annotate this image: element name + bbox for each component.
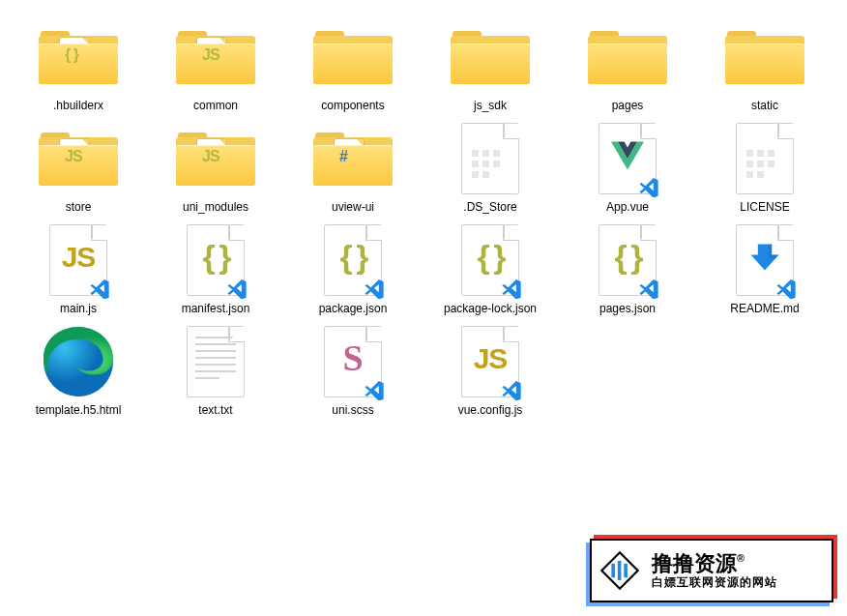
icon-wrap: [167, 326, 264, 397]
folder-icon: [588, 30, 667, 84]
file-item[interactable]: static: [696, 17, 833, 119]
edge-icon: [40, 323, 117, 400]
folder-icon: [725, 30, 804, 84]
file-item[interactable]: .DS_Store: [422, 119, 559, 220]
svg-rect-3: [618, 561, 622, 580]
folder-badge: JS: [202, 148, 219, 165]
icon-wrap: { }: [579, 224, 676, 296]
icon-wrap: { }: [305, 224, 401, 296]
folder-icon: #: [313, 132, 393, 186]
file-item[interactable]: App.vue: [559, 119, 696, 220]
file-item[interactable]: pages: [559, 17, 696, 119]
folder-icon: JS: [176, 30, 255, 84]
icon-wrap: #: [305, 123, 401, 194]
file-item[interactable]: { }manifest.json: [147, 220, 284, 322]
icon-wrap: { }: [30, 21, 127, 93]
file-label: store: [66, 200, 92, 215]
folder-icon: [451, 30, 530, 84]
file-label: package-lock.json: [444, 302, 537, 316]
file-item[interactable]: { }package-lock.json: [422, 220, 559, 322]
vscode-badge-icon: [501, 278, 522, 299]
icon-wrap: JS: [30, 224, 127, 296]
watermark-text: 撸撸资源® 白嫖互联网资源的网站: [652, 552, 777, 588]
json-file-icon: { }: [599, 224, 657, 296]
file-label: App.vue: [606, 200, 649, 215]
icon-wrap: { }: [442, 224, 539, 296]
watermark-logo-icon: [598, 548, 642, 593]
icon-wrap: { }: [167, 224, 264, 296]
vscode-badge-icon: [364, 379, 385, 400]
icon-wrap: [716, 123, 813, 194]
vscode-badge-icon: [638, 176, 659, 197]
file-item[interactable]: JScommon: [147, 17, 284, 119]
watermark-box: 撸撸资源® 白嫖互联网资源的网站: [590, 539, 833, 602]
folder-badge: JS: [65, 148, 82, 165]
icon-wrap: JS: [30, 123, 127, 194]
file-label: js_sdk: [474, 99, 507, 113]
watermark-title: 撸撸资源®: [652, 552, 777, 575]
file-item[interactable]: components: [284, 17, 422, 119]
file-item[interactable]: JSmain.js: [10, 220, 147, 322]
json-file-icon: { }: [324, 224, 382, 296]
md-file-icon: [736, 224, 794, 296]
js-file-icon: JS: [461, 326, 519, 397]
file-label: LICENSE: [740, 200, 789, 215]
file-item[interactable]: JSuni_modules: [147, 119, 284, 220]
file-label: static: [751, 99, 778, 113]
file-item[interactable]: { }pages.json: [559, 220, 696, 322]
txt-file-icon: [187, 326, 245, 397]
file-icon: [461, 123, 519, 194]
file-label: vue.config.js: [458, 403, 523, 418]
file-item[interactable]: { }package.json: [284, 220, 422, 322]
file-label: manifest.json: [182, 302, 250, 316]
file-label: components: [321, 99, 384, 113]
icon-wrap: S: [305, 326, 401, 397]
icon-wrap: [579, 21, 676, 93]
file-item[interactable]: JSstore: [10, 119, 147, 220]
folder-icon: [313, 30, 393, 84]
file-label: text.txt: [198, 403, 232, 418]
json-file-icon: { }: [461, 224, 519, 296]
icon-wrap: [579, 123, 676, 194]
icon-wrap: JS: [167, 21, 264, 93]
file-label: pages.json: [599, 302, 656, 316]
folder-icon: { }: [39, 30, 118, 84]
icon-wrap: [442, 123, 539, 194]
file-item[interactable]: { }.hbuilderx: [10, 17, 147, 119]
scss-file-icon: S: [324, 326, 382, 397]
svg-rect-2: [611, 564, 615, 577]
file-label: uview-ui: [332, 200, 374, 215]
vscode-badge-icon: [638, 278, 659, 299]
icon-wrap: [716, 224, 813, 296]
file-item[interactable]: LICENSE: [696, 119, 833, 220]
file-grid: { }.hbuilderxJScommoncomponentsjs_sdkpag…: [10, 17, 837, 424]
file-label: main.js: [60, 302, 97, 316]
folder-icon: JS: [39, 132, 118, 186]
file-item[interactable]: Suni.scss: [284, 322, 422, 424]
folder-icon: JS: [176, 132, 255, 186]
file-label: .DS_Store: [463, 200, 516, 215]
vscode-badge-icon: [501, 379, 522, 400]
folder-badge: { }: [65, 46, 78, 64]
file-label: pages: [612, 99, 644, 113]
file-item[interactable]: #uview-ui: [284, 119, 422, 220]
vue-file-icon: [599, 123, 657, 194]
folder-badge: JS: [202, 46, 219, 64]
icon-wrap: [442, 21, 539, 93]
file-label: package.json: [319, 302, 388, 316]
svg-rect-4: [624, 564, 628, 577]
file-label: uni.scss: [332, 403, 373, 418]
icon-wrap: [30, 326, 127, 397]
icon-wrap: [716, 21, 813, 93]
file-item[interactable]: README.md: [696, 220, 833, 322]
file-item[interactable]: js_sdk: [422, 17, 559, 119]
file-item[interactable]: JSvue.config.js: [422, 322, 559, 424]
js-file-icon: JS: [49, 224, 107, 296]
file-item[interactable]: text.txt: [147, 322, 284, 424]
file-icon: [736, 123, 794, 194]
json-file-icon: { }: [187, 224, 245, 296]
vscode-badge-icon: [89, 278, 110, 299]
file-item[interactable]: template.h5.html: [10, 322, 147, 424]
icon-wrap: [305, 21, 401, 93]
file-label: uni_modules: [183, 200, 248, 215]
